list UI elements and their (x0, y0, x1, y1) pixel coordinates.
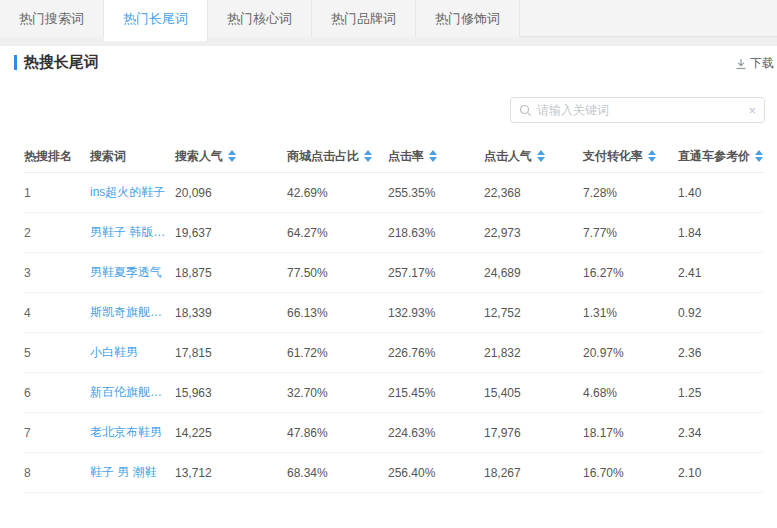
content-panel: 热搜长尾词 下载 × 热搜排名搜索词搜索人气商城点击占比点击率点击人气支付转化率… (0, 46, 777, 528)
cell-search_popularity: 19,637 (175, 226, 287, 240)
column-label: 点击人气 (484, 148, 532, 165)
keyword-link[interactable]: 鞋子 男 潮鞋 (90, 464, 175, 481)
cell-rank: 3 (24, 266, 90, 280)
cell-click_rate: 132.93% (388, 306, 484, 320)
cell-pay_conversion: 16.27% (583, 266, 678, 280)
column-label: 热搜排名 (24, 148, 72, 165)
column-header-7[interactable]: 支付转化率 (583, 148, 678, 165)
sort-caret-icon[interactable] (755, 150, 763, 162)
cell-rank: 2 (24, 226, 90, 240)
cell-ztc_ref_price: 2.34 (678, 426, 763, 440)
cell-mall_click_share: 68.34% (287, 466, 388, 480)
table-row: 8鞋子 男 潮鞋13,71268.34%256.40%18,26716.70%2… (24, 453, 763, 493)
cell-rank: 5 (24, 346, 90, 360)
column-label: 商城点击占比 (287, 148, 359, 165)
table-header-row: 热搜排名搜索词搜索人气商城点击占比点击率点击人气支付转化率直通车参考价 (24, 140, 763, 173)
keyword-table: 热搜排名搜索词搜索人气商城点击占比点击率点击人气支付转化率直通车参考价 1ins… (0, 140, 777, 493)
keyword-link[interactable]: 斯凯奇旗舰店官方旗舰 (90, 304, 175, 321)
search-icon (519, 104, 532, 117)
cell-ztc_ref_price: 2.36 (678, 346, 763, 360)
cell-mall_click_share: 32.70% (287, 386, 388, 400)
table-row: 6新百伦旗舰店官方正品15,96332.70%215.45%15,4054.68… (24, 373, 763, 413)
sort-caret-icon[interactable] (228, 150, 236, 162)
download-button[interactable]: 下载 (735, 55, 777, 72)
cell-click_rate: 224.63% (388, 426, 484, 440)
cell-click_rate: 255.35% (388, 186, 484, 200)
tab-3[interactable]: 热门核心词 (208, 0, 312, 37)
download-label: 下载 (750, 55, 774, 72)
cell-rank: 1 (24, 186, 90, 200)
cell-search_popularity: 15,963 (175, 386, 287, 400)
cell-click_popularity: 15,405 (484, 386, 583, 400)
section-header: 热搜长尾词 下载 (0, 46, 777, 76)
cell-pay_conversion: 16.70% (583, 466, 678, 480)
column-label: 直通车参考价 (678, 148, 750, 165)
cell-ztc_ref_price: 0.92 (678, 306, 763, 320)
cell-click_popularity: 18,267 (484, 466, 583, 480)
tab-1[interactable]: 热门搜索词 (0, 0, 104, 37)
keyword-search-box: × (510, 97, 765, 123)
cell-mall_click_share: 66.13% (287, 306, 388, 320)
column-label: 搜索词 (90, 148, 126, 165)
cell-ztc_ref_price: 2.41 (678, 266, 763, 280)
cell-pay_conversion: 4.68% (583, 386, 678, 400)
table-row: 2男鞋子 韩版 潮流 英...19,63764.27%218.63%22,973… (24, 213, 763, 253)
cell-pay_conversion: 20.97% (583, 346, 678, 360)
cell-click_popularity: 17,976 (484, 426, 583, 440)
cell-pay_conversion: 1.31% (583, 306, 678, 320)
column-header-1: 热搜排名 (24, 148, 90, 165)
sort-caret-icon[interactable] (537, 150, 545, 162)
keyword-link[interactable]: 小白鞋男 (90, 344, 175, 361)
keyword-link[interactable]: 老北京布鞋男 (90, 424, 175, 441)
keyword-link[interactable]: ins超火的鞋子 (90, 184, 175, 201)
title-accent-bar (14, 55, 17, 70)
cell-search_popularity: 17,815 (175, 346, 287, 360)
cell-search_popularity: 13,712 (175, 466, 287, 480)
keyword-link[interactable]: 新百伦旗舰店官方正品 (90, 384, 175, 401)
cell-search_popularity: 20,096 (175, 186, 287, 200)
cell-rank: 7 (24, 426, 90, 440)
cell-click_popularity: 21,832 (484, 346, 583, 360)
tab-4[interactable]: 热门品牌词 (312, 0, 416, 37)
column-header-8[interactable]: 直通车参考价 (678, 148, 763, 165)
clear-search-icon[interactable]: × (748, 104, 756, 117)
cell-pay_conversion: 7.77% (583, 226, 678, 240)
cell-mall_click_share: 47.86% (287, 426, 388, 440)
cell-rank: 8 (24, 466, 90, 480)
sort-caret-icon[interactable] (364, 150, 372, 162)
keyword-link[interactable]: 男鞋子 韩版 潮流 英... (90, 224, 175, 241)
cell-mall_click_share: 64.27% (287, 226, 388, 240)
cell-rank: 4 (24, 306, 90, 320)
sort-caret-icon[interactable] (648, 150, 656, 162)
table-row: 4斯凯奇旗舰店官方旗舰18,33966.13%132.93%12,7521.31… (24, 293, 763, 333)
cell-rank: 6 (24, 386, 90, 400)
cell-click_popularity: 12,752 (484, 306, 583, 320)
cell-mall_click_share: 61.72% (287, 346, 388, 360)
page-title: 热搜长尾词 (24, 53, 99, 72)
cell-search_popularity: 18,875 (175, 266, 287, 280)
cell-click_rate: 257.17% (388, 266, 484, 280)
cell-mall_click_share: 77.50% (287, 266, 388, 280)
keyword-link[interactable]: 男鞋夏季透气 (90, 264, 175, 281)
tab-2[interactable]: 热门长尾词 (104, 0, 208, 41)
cell-pay_conversion: 18.17% (583, 426, 678, 440)
cell-click_rate: 218.63% (388, 226, 484, 240)
cell-mall_click_share: 42.69% (287, 186, 388, 200)
search-input[interactable] (537, 103, 748, 117)
sort-caret-icon[interactable] (429, 150, 437, 162)
column-header-4[interactable]: 商城点击占比 (287, 148, 388, 165)
tab-5[interactable]: 热门修饰词 (416, 0, 520, 37)
column-label: 支付转化率 (583, 148, 643, 165)
column-header-6[interactable]: 点击人气 (484, 148, 583, 165)
column-label: 点击率 (388, 148, 424, 165)
table-row: 5小白鞋男17,81561.72%226.76%21,83220.97%2.36 (24, 333, 763, 373)
column-header-5[interactable]: 点击率 (388, 148, 484, 165)
cell-click_rate: 256.40% (388, 466, 484, 480)
cell-search_popularity: 14,225 (175, 426, 287, 440)
cell-ztc_ref_price: 1.40 (678, 186, 763, 200)
column-header-2: 搜索词 (90, 148, 175, 165)
column-header-3[interactable]: 搜索人气 (175, 148, 287, 165)
cell-click_popularity: 24,689 (484, 266, 583, 280)
column-label: 搜索人气 (175, 148, 223, 165)
cell-click_popularity: 22,368 (484, 186, 583, 200)
